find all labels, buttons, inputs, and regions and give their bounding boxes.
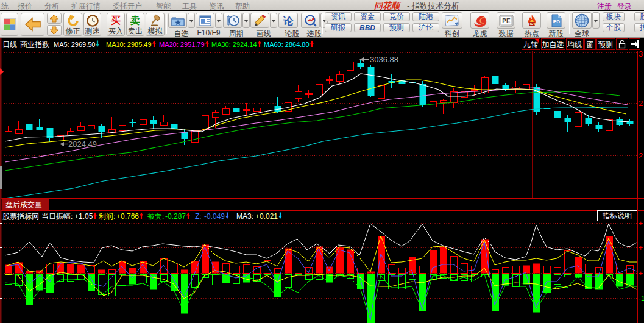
svg-text:3: 3 <box>639 49 643 59</box>
svg-text:+1.05: +1.05 <box>74 212 93 221</box>
svg-text:HOT: HOT <box>528 22 536 26</box>
svg-text:MA60: 2864.80: MA60: 2864.80 <box>264 41 310 48</box>
svg-text:-0.287: -0.287 <box>165 212 186 221</box>
svg-text:MA3:: MA3: <box>236 212 253 221</box>
svg-text:+: + <box>639 219 643 228</box>
svg-text:指标说明: 指标说明 <box>602 211 632 220</box>
svg-text:MA10: 2985.49: MA10: 2985.49 <box>106 41 152 48</box>
svg-text:-0.049: -0.049 <box>204 212 225 221</box>
svg-text:日线: 日线 <box>2 40 17 49</box>
svg-text:MA5: 2969.50: MA5: 2969.50 <box>54 41 96 48</box>
svg-text:盘后成交量: 盘后成交量 <box>5 201 42 209</box>
svg-text:PE: PE <box>502 18 511 24</box>
svg-text:被套:: 被套: <box>147 212 164 221</box>
svg-text:MA30: 2924.14: MA30: 2924.14 <box>211 41 257 48</box>
svg-text:2824.49: 2824.49 <box>68 140 97 149</box>
svg-text:加自选: 加自选 <box>542 40 564 49</box>
svg-text:2: 2 <box>639 151 643 160</box>
svg-text:+: + <box>639 244 643 252</box>
svg-text:3036.88: 3036.88 <box>370 55 398 64</box>
svg-text:+0.021: +0.021 <box>255 212 278 221</box>
svg-text:MA20: 2951.79: MA20: 2951.79 <box>159 41 205 48</box>
svg-text:2: 2 <box>639 99 643 108</box>
svg-text:股票指标网: 股票指标网 <box>2 212 39 221</box>
svg-text:窗: 窗 <box>586 40 593 49</box>
svg-text:论: 论 <box>283 15 294 27</box>
svg-text:当日振幅:: 当日振幅: <box>41 212 73 221</box>
svg-text:均线: 均线 <box>567 40 582 49</box>
svg-text:九转: 九转 <box>523 40 538 49</box>
svg-text:-1: -1 <box>639 294 644 303</box>
svg-text:Z:: Z: <box>195 212 202 221</box>
svg-text:IPO: IPO <box>552 20 560 24</box>
svg-text:商业指数: 商业指数 <box>20 40 49 49</box>
svg-text:+: + <box>639 269 643 278</box>
svg-text:预测: 预测 <box>598 40 613 49</box>
svg-text:+0.766: +0.766 <box>116 212 139 221</box>
svg-text:利润:: 利润: <box>98 212 115 221</box>
